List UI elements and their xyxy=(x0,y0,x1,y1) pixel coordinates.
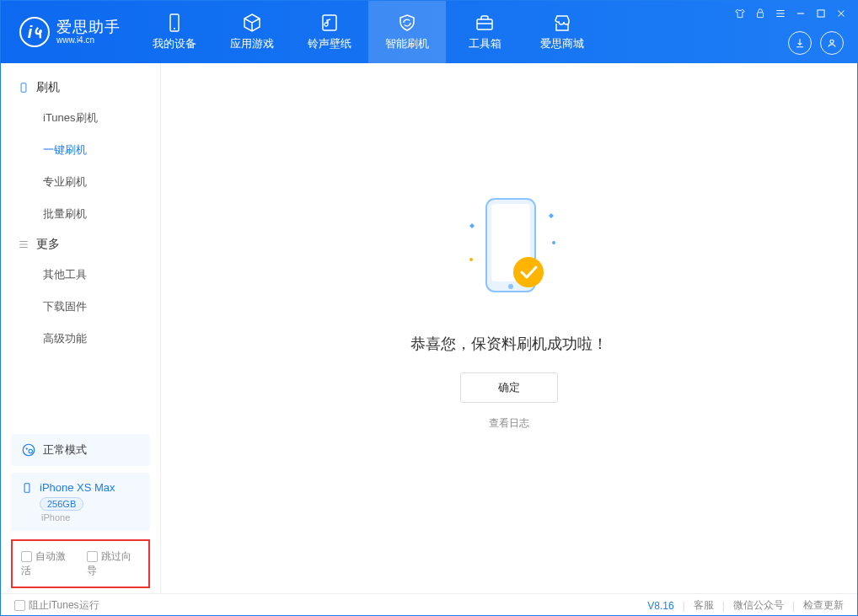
brand-name: 爱思助手 xyxy=(56,19,121,36)
app-logo: i५ 爱思助手 www.i4.cn xyxy=(1,17,136,47)
phone-icon xyxy=(18,82,29,94)
tab-label: 铃声壁纸 xyxy=(308,36,351,51)
svg-rect-5 xyxy=(818,10,824,17)
sidebar-item-advanced[interactable]: 高级功能 xyxy=(1,323,160,355)
footer-service-link[interactable]: 客服 xyxy=(694,598,714,613)
brand-url: www.i4.cn xyxy=(56,35,121,45)
sidebar-group-more: 更多 xyxy=(1,230,160,259)
footer-wechat-link[interactable]: 微信公众号 xyxy=(733,598,784,613)
sidebar: 刷机 iTunes刷机 一键刷机 专业刷机 批量刷机 更多 其他工具 下载固件 … xyxy=(1,63,161,593)
app-header: i५ 爱思助手 www.i4.cn 我的设备 应用游戏 铃声壁纸 智能刷机 工具… xyxy=(1,1,857,63)
device-icon xyxy=(164,13,185,33)
sidebar-item-download-fw[interactable]: 下载固件 xyxy=(1,291,160,323)
wallpaper-icon xyxy=(319,13,340,33)
checkbox-icon xyxy=(87,551,98,562)
device-name: iPhone XS Max xyxy=(40,481,115,494)
mode-box[interactable]: 正常模式 xyxy=(11,434,150,466)
minimize-icon[interactable] xyxy=(795,8,807,19)
tab-label: 智能刷机 xyxy=(385,36,429,51)
svg-rect-11 xyxy=(24,483,29,492)
options-highlight-box: 自动激活 跳过向导 xyxy=(11,539,150,588)
tab-label: 爱思商城 xyxy=(540,36,584,51)
tab-label: 工具箱 xyxy=(469,36,501,51)
menu-icon[interactable] xyxy=(775,8,786,19)
tab-label: 应用游戏 xyxy=(230,36,274,51)
device-capacity: 256GB xyxy=(40,497,83,511)
svg-rect-7 xyxy=(21,83,26,93)
success-illustration xyxy=(446,192,572,313)
download-button[interactable] xyxy=(788,31,812,55)
tab-label: 我的设备 xyxy=(153,36,196,51)
sidebar-item-itunes[interactable]: iTunes刷机 xyxy=(1,102,160,134)
svg-rect-4 xyxy=(758,13,764,18)
tab-ringtone[interactable]: 铃声壁纸 xyxy=(291,1,368,63)
svg-rect-3 xyxy=(477,19,492,29)
sidebar-item-other[interactable]: 其他工具 xyxy=(1,259,160,291)
phone-small-icon xyxy=(21,482,33,494)
mode-label: 正常模式 xyxy=(43,442,87,458)
view-log-link[interactable]: 查看日志 xyxy=(489,416,529,431)
lock-icon[interactable] xyxy=(754,8,766,19)
refresh-shield-icon xyxy=(397,13,417,33)
close-icon[interactable] xyxy=(835,8,847,19)
logo-icon: i५ xyxy=(19,17,50,47)
nav-tabs: 我的设备 应用游戏 铃声壁纸 智能刷机 工具箱 爱思商城 xyxy=(136,1,601,63)
tab-apps[interactable]: 应用游戏 xyxy=(213,1,291,63)
device-box[interactable]: iPhone XS Max 256GB iPhone xyxy=(11,473,150,531)
user-button[interactable] xyxy=(820,31,844,55)
group-label: 刷机 xyxy=(36,80,60,95)
store-icon xyxy=(552,13,572,33)
svg-point-14 xyxy=(508,284,513,289)
shirt-icon[interactable] xyxy=(734,8,746,19)
window-controls xyxy=(734,8,847,19)
list-icon xyxy=(18,238,29,250)
cube-icon xyxy=(242,13,262,33)
svg-point-6 xyxy=(830,40,834,43)
toolbox-icon xyxy=(475,13,495,33)
svg-point-9 xyxy=(26,447,28,449)
tab-flash[interactable]: 智能刷机 xyxy=(368,1,446,63)
checkbox-icon xyxy=(21,551,32,562)
main-content: 恭喜您，保资料刷机成功啦！ 确定 查看日志 xyxy=(161,63,857,593)
checkbox-auto-activate[interactable]: 自动激活 xyxy=(21,549,75,578)
svg-point-17 xyxy=(552,241,555,244)
svg-point-15 xyxy=(513,257,544,287)
status-icon xyxy=(21,442,36,458)
footer: 阻止iTunes运行 V8.16 | 客服 | 微信公众号 | 检查更新 xyxy=(1,593,857,616)
device-type: iPhone xyxy=(41,512,140,522)
svg-point-16 xyxy=(469,258,473,261)
checkbox-block-itunes[interactable]: 阻止iTunes运行 xyxy=(14,598,99,613)
sidebar-item-onekey[interactable]: 一键刷机 xyxy=(1,134,160,166)
tab-toolbox[interactable]: 工具箱 xyxy=(446,1,523,63)
tab-store[interactable]: 爱思商城 xyxy=(523,1,601,63)
success-message: 恭喜您，保资料刷机成功啦！ xyxy=(410,334,608,354)
maximize-icon[interactable] xyxy=(815,8,827,19)
group-label: 更多 xyxy=(36,237,60,252)
tab-my-device[interactable]: 我的设备 xyxy=(136,1,213,63)
svg-point-1 xyxy=(174,28,175,29)
svg-point-10 xyxy=(29,449,33,453)
sidebar-item-batch[interactable]: 批量刷机 xyxy=(1,198,160,230)
checkbox-icon xyxy=(14,600,25,611)
ok-button[interactable]: 确定 xyxy=(460,372,558,403)
checkbox-skip-guide[interactable]: 跳过向导 xyxy=(87,549,141,578)
sidebar-item-pro[interactable]: 专业刷机 xyxy=(1,166,160,198)
footer-update-link[interactable]: 检查更新 xyxy=(803,598,844,613)
sidebar-group-flash: 刷机 xyxy=(1,73,160,102)
version-text: V8.16 xyxy=(647,600,673,612)
